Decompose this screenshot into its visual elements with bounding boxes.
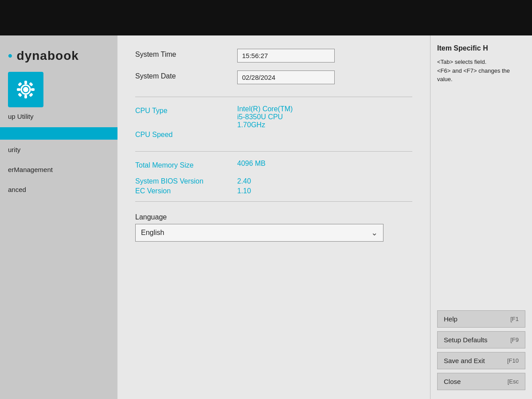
svg-rect-8	[29, 93, 33, 97]
svg-rect-6	[29, 82, 33, 86]
svg-rect-7	[18, 93, 22, 97]
brand-dot: •	[8, 49, 13, 63]
system-time-row: System Time	[135, 49, 412, 63]
total-memory-label: Total Memory Size	[135, 160, 237, 169]
brand-name: dynabook	[17, 49, 79, 63]
cpu-speed-row: CPU Speed	[135, 131, 412, 139]
cpu-type-line2: i5-8350U CPU	[237, 113, 293, 121]
help-button-label: Help	[444, 315, 458, 323]
cpu-speed-value: 1.70GHz	[237, 121, 293, 129]
system-date-row: System Date	[135, 70, 412, 84]
cpu-type-row: CPU Type Intel(R) Core(TM) i5-8350U CPU …	[135, 105, 412, 129]
sidebar: • dynabook up Utility urity erManag	[0, 35, 117, 399]
sidebar-icon-area	[8, 72, 43, 107]
help-line3: value.	[437, 76, 453, 82]
sidebar-item-main[interactable]	[0, 127, 117, 140]
ec-version-row: EC Version 1.10	[135, 187, 412, 195]
setup-defaults-button[interactable]: Setup Defaults [F9	[437, 331, 525, 348]
language-select-value: English	[141, 229, 371, 237]
bios-version-row: System BIOS Version 2.40	[135, 177, 412, 185]
total-memory-row: Total Memory Size 4096 MB	[135, 160, 412, 169]
svg-rect-3	[17, 88, 20, 91]
ec-version-value: 1.10	[237, 187, 251, 195]
system-time-input[interactable]	[237, 49, 335, 63]
right-panel: Item Specific H <Tab> selects field. <F6…	[430, 35, 532, 399]
system-time-label: System Time	[135, 49, 237, 59]
svg-rect-2	[24, 95, 27, 98]
sidebar-item-power[interactable]: erManagement	[0, 160, 117, 180]
chevron-down-icon: ⌄	[371, 228, 378, 238]
divider-1	[135, 97, 412, 97]
help-title: Item Specific H	[437, 44, 525, 52]
close-label: Close	[444, 378, 461, 385]
svg-rect-4	[31, 88, 35, 91]
save-exit-shortcut: [F10	[507, 357, 519, 364]
save-exit-label: Save and Exit	[444, 357, 485, 364]
top-bar	[0, 0, 532, 35]
svg-point-9	[23, 87, 28, 92]
close-button[interactable]: Close [Esc	[437, 373, 525, 390]
help-text: <Tab> selects field. <F6> and <F7> chang…	[437, 58, 525, 84]
cpu-type-line1: Intel(R) Core(TM)	[237, 105, 293, 113]
language-label: Language	[135, 213, 412, 221]
gear-icon	[15, 78, 37, 101]
main-content: System Time System Date CPU Type Intel(R…	[117, 35, 430, 399]
language-section: Language English ⌄	[135, 213, 412, 242]
cpu-speed-label: CPU Speed	[135, 131, 237, 139]
setup-defaults-shortcut: [F9	[510, 336, 519, 343]
svg-rect-5	[18, 82, 22, 86]
help-button[interactable]: Help [F1	[437, 310, 525, 328]
system-date-label: System Date	[135, 70, 237, 80]
divider-2	[135, 151, 412, 152]
divider-3	[135, 201, 412, 202]
save-exit-button[interactable]: Save and Exit [F10	[437, 352, 525, 369]
sidebar-item-security[interactable]: urity	[0, 140, 117, 160]
cpu-type-value: Intel(R) Core(TM) i5-8350U CPU 1.70GHz	[237, 105, 293, 129]
total-memory-value: 4096 MB	[237, 160, 266, 168]
sidebar-utility-label: up Utility	[0, 111, 117, 122]
close-shortcut: [Esc	[508, 378, 519, 385]
ec-version-label: EC Version	[135, 187, 237, 195]
system-date-input[interactable]	[237, 70, 335, 84]
bios-version-label: System BIOS Version	[135, 177, 237, 185]
sidebar-nav: urity erManagement anced	[0, 127, 117, 200]
help-line1: <Tab> selects field.	[437, 59, 486, 65]
brand: • dynabook	[0, 40, 117, 72]
bios-wrapper: • dynabook up Utility urity erManag	[0, 35, 532, 399]
sidebar-item-advanced[interactable]: anced	[0, 180, 117, 200]
right-buttons: Help [F1 Setup Defaults [F9 Save and Exi…	[437, 310, 525, 390]
cpu-type-label: CPU Type	[135, 105, 237, 115]
help-line2: <F6> and <F7> changes the	[437, 67, 510, 74]
language-select[interactable]: English ⌄	[135, 224, 383, 242]
bios-version-value: 2.40	[237, 177, 251, 185]
setup-defaults-label: Setup Defaults	[444, 336, 487, 344]
help-shortcut: [F1	[510, 316, 519, 322]
svg-rect-1	[24, 81, 27, 84]
